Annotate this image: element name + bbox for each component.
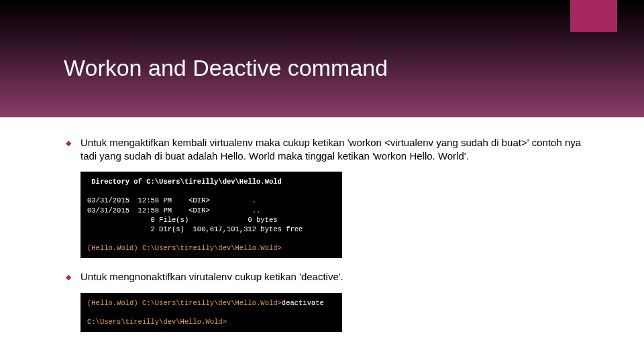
terminal-output-2: (Hello.Wold) C:\Users\tireilly\dev\Hello… — [80, 293, 342, 333]
terminal-line: 0 File(s) 0 bytes — [87, 216, 278, 224]
terminal-prompt: C:\Users\tireilly\dev\Hello.Wold> — [87, 318, 227, 326]
slide-content: ◆ Untuk mengaktifkan kembali virtualenv … — [0, 117, 644, 332]
terminal-line: Directory of C:\Users\tireilly\dev\Hello… — [87, 178, 282, 186]
bullet-item: ◆ Untuk mengnonaktifkan virutalenv cukup… — [80, 270, 584, 284]
terminal-output-1: Directory of C:\Users\tireilly\dev\Hello… — [80, 172, 342, 258]
bullet-text: Untuk mengaktifkan kembali virtualenv ma… — [80, 136, 584, 162]
accent-tab — [570, 0, 617, 32]
bullet-text: Untuk mengnonaktifkan virutalenv cukup k… — [80, 270, 584, 284]
bullet-icon: ◆ — [66, 139, 71, 147]
slide-header: Workon and Deactive command — [0, 0, 644, 117]
terminal-command: deactivate — [282, 299, 324, 307]
slide-title: Workon and Deactive command — [64, 55, 388, 81]
bullet-item: ◆ Untuk mengaktifkan kembali virtualenv … — [80, 136, 584, 162]
terminal-line: 03/31/2015 12:58 PM <DIR> . — [87, 196, 256, 204]
terminal-line: 2 Dir(s) 100,617,101,312 bytes free — [87, 225, 303, 233]
bullet-icon: ◆ — [66, 273, 71, 282]
terminal-line: 03/31/2015 12:58 PM <DIR> .. — [87, 206, 260, 215]
terminal-prompt: (Hello.Wold) C:\Users\tireilly\dev\Hello… — [87, 244, 282, 252]
terminal-prompt: (Hello.Wold) C:\Users\tireilly\dev\Hello… — [87, 299, 282, 307]
